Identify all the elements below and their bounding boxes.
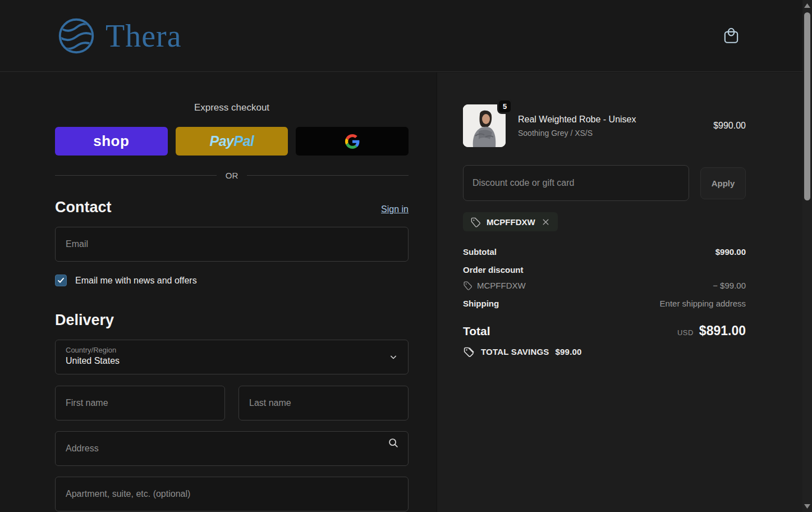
total-amount-group: USD $891.00 <box>677 323 746 339</box>
paypal-wordmark: PayPal <box>210 133 254 149</box>
order-summary-panel: 5 Real Weighted Robe - Unisex Soothing G… <box>437 72 802 512</box>
first-name-field[interactable] <box>55 386 225 420</box>
paypal-button[interactable]: PayPal <box>176 127 288 156</box>
name-fields-row <box>55 374 409 420</box>
cart-button[interactable] <box>719 24 743 48</box>
scrollbar-thumb[interactable] <box>804 12 810 200</box>
savings-label: TOTAL SAVINGS <box>481 347 549 356</box>
discount-code-line: MCPFFDXW <box>463 281 526 290</box>
checkout-form-panel: Express checkout shop PayPal <box>0 72 436 512</box>
close-icon <box>541 217 550 227</box>
cost-summary: Subtotal $990.00 Order discount MCPFFDXW… <box>463 247 746 308</box>
shopping-bag-icon <box>722 26 741 45</box>
shipping-value: Enter shipping address <box>660 299 746 308</box>
applied-discount-row: MCPFFDXW <box>463 212 746 231</box>
scroll-up-arrow-icon[interactable] <box>802 1 812 10</box>
google-pay-button[interactable] <box>296 127 409 156</box>
search-icon <box>387 437 400 449</box>
country-select-label: Country/Region <box>66 346 398 354</box>
shop-pay-button[interactable]: shop <box>55 127 168 156</box>
or-divider: OR <box>55 171 409 180</box>
express-checkout-label: Express checkout <box>55 102 409 113</box>
apartment-field[interactable] <box>55 477 409 511</box>
newsletter-checkbox[interactable] <box>55 275 67 286</box>
product-name: Real Weighted Robe - Unisex <box>518 115 636 125</box>
scroll-down-arrow-icon[interactable] <box>802 502 812 511</box>
discount-code-row: MCPFFDXW − $99.00 <box>463 281 746 290</box>
apply-discount-button[interactable]: Apply <box>700 167 746 199</box>
total-savings-row: TOTAL SAVINGS $99.00 <box>463 346 746 358</box>
last-name-field[interactable] <box>238 386 409 420</box>
product-row: 5 Real Weighted Robe - Unisex Soothing G… <box>463 104 746 147</box>
discount-chip-code: MCPFFDXW <box>487 217 535 227</box>
discount-code-field[interactable] <box>463 165 689 201</box>
shipping-label: Shipping <box>463 299 499 308</box>
address-field-wrap <box>55 420 409 466</box>
discount-amount: − $99.00 <box>713 281 746 290</box>
divider-line <box>55 175 217 176</box>
product-thumbnail: 5 <box>463 104 506 147</box>
quantity-badge: 5 <box>497 99 512 114</box>
shipping-row: Shipping Enter shipping address <box>463 299 746 308</box>
total-label: Total <box>463 324 490 338</box>
country-select-value: United States <box>66 356 398 366</box>
order-discount-label: Order discount <box>463 265 524 275</box>
subtotal-row: Subtotal $990.00 <box>463 247 746 257</box>
vertical-scrollbar[interactable] <box>802 0 812 512</box>
sign-in-link[interactable]: Sign in <box>381 204 409 214</box>
or-label: OR <box>226 171 238 180</box>
discount-code-text: MCPFFDXW <box>477 281 526 290</box>
newsletter-label: Email me with news and offers <box>75 276 197 286</box>
discount-row: Apply <box>463 165 746 201</box>
header: Thera <box>0 0 802 72</box>
newsletter-row: Email me with news and offers <box>55 275 409 286</box>
remove-discount-button[interactable] <box>541 217 550 227</box>
google-g-icon <box>345 134 360 149</box>
total-row: Total USD $891.00 <box>463 323 746 339</box>
contact-section-header: Contact Sign in <box>55 199 409 216</box>
express-checkout-buttons: shop PayPal <box>55 127 409 156</box>
brand-name: Thera <box>105 18 182 54</box>
logo-waves-icon <box>56 16 97 56</box>
currency-code: USD <box>677 328 694 337</box>
discount-chip: MCPFFDXW <box>463 212 558 231</box>
email-field[interactable] <box>55 227 409 262</box>
check-icon <box>57 277 65 284</box>
store-logo[interactable]: Thera <box>56 16 182 56</box>
address-field[interactable] <box>55 431 409 466</box>
tags-icon <box>463 346 475 358</box>
delivery-title: Delivery <box>55 312 114 329</box>
total-value: $891.00 <box>699 323 746 339</box>
tag-icon <box>470 217 481 227</box>
subtotal-value: $990.00 <box>715 247 746 257</box>
product-price: $990.00 <box>713 121 746 131</box>
product-info: Real Weighted Robe - Unisex Soothing Gre… <box>518 115 636 138</box>
divider-line <box>247 175 409 176</box>
contact-title: Contact <box>55 199 112 216</box>
order-discount-row: Order discount <box>463 265 746 275</box>
shop-pay-wordmark: shop <box>93 132 129 150</box>
chevron-down-icon <box>388 351 399 363</box>
savings-value: $99.00 <box>556 347 582 356</box>
delivery-section-header: Delivery <box>55 312 409 329</box>
product-variant: Soothing Grey / XS/S <box>518 129 636 138</box>
tag-icon <box>463 281 472 290</box>
subtotal-label: Subtotal <box>463 247 497 257</box>
country-select[interactable]: Country/Region United States <box>55 340 409 374</box>
